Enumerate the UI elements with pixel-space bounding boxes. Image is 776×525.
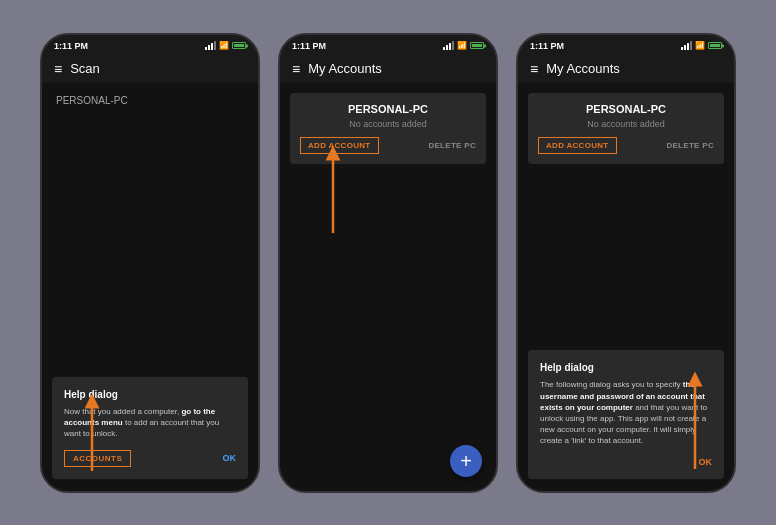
top-bar-3: ≡ My Accounts — [518, 55, 734, 83]
phone-2: 1:11 PM 📶 ≡ My Accounts PERSONAL-PC No a… — [278, 33, 498, 493]
dialog-text-3: The following dialog asks you to specify… — [540, 379, 712, 446]
menu-icon-2[interactable]: ≡ — [292, 61, 300, 77]
ok-button-3[interactable]: OK — [699, 457, 713, 467]
dialog-buttons-1: ACCOUNTS OK — [64, 450, 236, 467]
add-account-button[interactable]: ADD ACCOUNT — [300, 137, 379, 154]
status-bar-2: 1:11 PM 📶 — [280, 35, 496, 55]
status-icons-2: 📶 — [443, 41, 484, 50]
status-time-2: 1:11 PM — [292, 41, 326, 51]
no-accounts-3: No accounts added — [538, 119, 714, 129]
status-time-1: 1:11 PM — [54, 41, 88, 51]
dialog-buttons-3: OK — [540, 457, 712, 467]
battery-icon-2 — [470, 42, 484, 49]
pc-card-title-2: PERSONAL-PC — [300, 103, 476, 115]
top-bar-1: ≡ Scan — [42, 55, 258, 83]
status-bar-1: 1:11 PM 📶 — [42, 35, 258, 55]
phone-3: 1:11 PM 📶 ≡ My Accounts PERSONAL-PC No a… — [516, 33, 736, 493]
status-time-3: 1:11 PM — [530, 41, 564, 51]
top-bar-title-2: My Accounts — [308, 61, 382, 76]
pc-card-3: PERSONAL-PC No accounts added ADD ACCOUN… — [528, 93, 724, 164]
status-bar-3: 1:11 PM 📶 — [518, 35, 734, 55]
top-bar-title-1: Scan — [70, 61, 100, 76]
status-icons-3: 📶 — [681, 41, 722, 50]
dialog-title-1: Help dialog — [64, 389, 236, 400]
pc-label-1: PERSONAL-PC — [42, 83, 258, 110]
help-dialog-1: Help dialog Now that you added a compute… — [52, 377, 248, 479]
wifi-icon-2: 📶 — [457, 41, 467, 50]
signal-icon-1 — [205, 42, 216, 50]
ok-button-1[interactable]: OK — [223, 453, 237, 463]
phone-content-1: PERSONAL-PC Help dialog Now that you add… — [42, 83, 258, 491]
top-bar-2: ≡ My Accounts — [280, 55, 496, 83]
signal-icon-2 — [443, 42, 454, 50]
wifi-icon-1: 📶 — [219, 41, 229, 50]
phone-1: 1:11 PM 📶 ≡ Scan PERSONAL-PC Help dialog… — [40, 33, 260, 493]
pc-card-title-3: PERSONAL-PC — [538, 103, 714, 115]
accounts-button[interactable]: ACCOUNTS — [64, 450, 131, 467]
add-account-button-3[interactable]: ADD ACCOUNT — [538, 137, 617, 154]
menu-icon-3[interactable]: ≡ — [530, 61, 538, 77]
help-dialog-3: Help dialog The following dialog asks yo… — [528, 350, 724, 478]
pc-card-buttons-2: ADD ACCOUNT DELETE PC — [300, 137, 476, 154]
battery-icon-3 — [708, 42, 722, 49]
delete-pc-button[interactable]: DELETE PC — [428, 141, 476, 150]
phone-content-2: PERSONAL-PC No accounts added ADD ACCOUN… — [280, 83, 496, 491]
fab-button[interactable]: + — [450, 445, 482, 477]
wifi-icon-3: 📶 — [695, 41, 705, 50]
menu-icon-1[interactable]: ≡ — [54, 61, 62, 77]
dialog-title-3: Help dialog — [540, 362, 712, 373]
delete-pc-button-3[interactable]: DELETE PC — [666, 141, 714, 150]
dialog-text-1: Now that you added a computer, go to the… — [64, 406, 236, 440]
no-accounts-2: No accounts added — [300, 119, 476, 129]
pc-card-buttons-3: ADD ACCOUNT DELETE PC — [538, 137, 714, 154]
status-icons-1: 📶 — [205, 41, 246, 50]
top-bar-title-3: My Accounts — [546, 61, 620, 76]
battery-icon-1 — [232, 42, 246, 49]
signal-icon-3 — [681, 42, 692, 50]
phone-content-3: PERSONAL-PC No accounts added ADD ACCOUN… — [518, 83, 734, 491]
pc-card-2: PERSONAL-PC No accounts added ADD ACCOUN… — [290, 93, 486, 164]
